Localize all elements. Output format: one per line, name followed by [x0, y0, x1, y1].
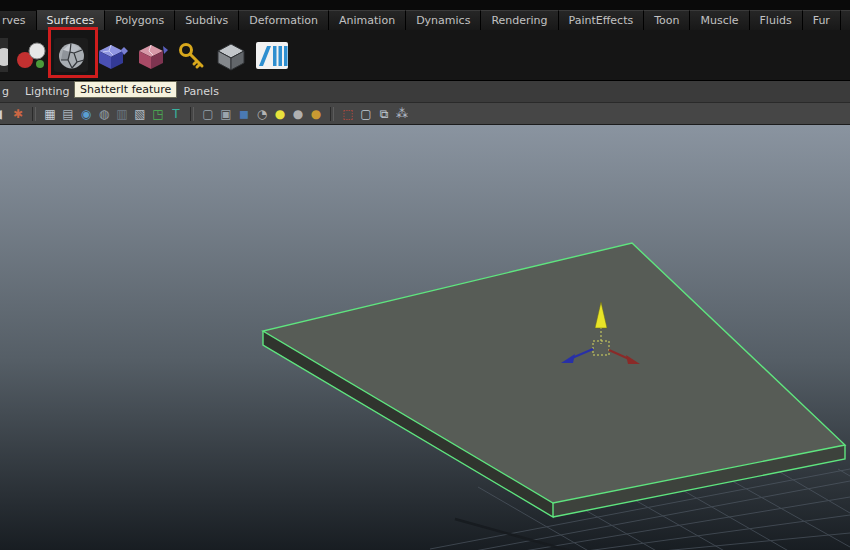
tab-painteffects[interactable]: PaintEffects	[559, 10, 645, 30]
menu-shading-partial[interactable]: g	[0, 85, 13, 98]
resolution-gate-icon[interactable]: ◉	[78, 106, 94, 122]
all-lights-icon[interactable]: ●	[272, 106, 288, 122]
solid-shatter-red-cube-icon-graphic	[134, 38, 168, 72]
shatterit-icon-graphic	[54, 38, 88, 72]
default-light-icon[interactable]: ●	[290, 106, 306, 122]
solid-shatter-blue-cube-icon[interactable]	[94, 38, 128, 72]
isolate-cube-icon[interactable]: ▢	[358, 106, 374, 122]
shelf-tab-bar: rves Surfaces Polygons Subdivs Deformati…	[0, 0, 850, 30]
maya-window: rves Surfaces Polygons Subdivs Deformati…	[0, 0, 850, 550]
tab-dynamics[interactable]: Dynamics	[406, 10, 481, 30]
toolbar-separator	[330, 107, 334, 121]
tab-deformation[interactable]: Deformation	[239, 10, 329, 30]
toolbar-separator	[190, 107, 194, 121]
shaded-cube-icon[interactable]: ▣	[218, 106, 234, 122]
soft-body-spheres-icon-graphic	[14, 38, 48, 72]
tab-curves-partial[interactable]: rves	[0, 11, 37, 30]
textured-cube-icon[interactable]: ◼	[236, 106, 252, 122]
shelf	[0, 30, 850, 81]
shelf-partial-icon-graphic	[0, 38, 8, 72]
field-chart-icon[interactable]: ▥	[114, 106, 130, 122]
text-hud-icon[interactable]: T	[168, 106, 184, 122]
tab-animation[interactable]: Animation	[329, 10, 406, 30]
tab-subdivs[interactable]: Subdivs	[175, 10, 239, 30]
shatterit-icon[interactable]	[54, 38, 88, 72]
tab-fur[interactable]: Fur	[803, 10, 841, 30]
solid-shatter-red-cube-icon[interactable]	[134, 38, 168, 72]
marking-menu-icon[interactable]: ✱	[10, 106, 26, 122]
poly-cube-icon-graphic	[214, 38, 248, 72]
solid-shatter-blue-cube-icon-graphic	[94, 38, 128, 72]
menu-panels[interactable]: Panels	[179, 85, 222, 98]
gate-mask-icon[interactable]: ◍	[96, 106, 112, 122]
tab-rendering[interactable]: Rendering	[481, 10, 558, 30]
scene-canvas[interactable]	[0, 125, 850, 550]
checker-material-icon[interactable]: ◔	[254, 106, 270, 122]
film-gate-icon[interactable]: ▤	[60, 106, 76, 122]
poly-cube-icon[interactable]	[214, 38, 248, 72]
tooltip: ShatterIt feature	[74, 81, 177, 98]
textured-lights-icon[interactable]: ●	[308, 106, 324, 122]
safe-title-icon[interactable]: ◳	[150, 106, 166, 122]
tab-surfaces[interactable]: Surfaces	[37, 10, 106, 30]
grid-toggle-icon[interactable]: ▦	[42, 106, 58, 122]
viewport[interactable]	[0, 125, 850, 550]
tab-fluids[interactable]: Fluids	[750, 10, 803, 30]
crack-key-icon[interactable]	[174, 38, 208, 72]
paint-values-partial-icon[interactable]: ◖	[0, 106, 8, 122]
share-nodes-icon[interactable]: ⁂	[394, 106, 410, 122]
shelf-partial-icon[interactable]	[0, 38, 8, 72]
safe-action-icon[interactable]: ▧	[132, 106, 148, 122]
tab-hair[interactable]: Hair	[841, 10, 850, 30]
xray-select-icon[interactable]: ⬚	[340, 106, 356, 122]
tab-toon[interactable]: Toon	[644, 10, 690, 30]
tab-muscle[interactable]: Muscle	[690, 10, 749, 30]
visor-stripes-icon[interactable]	[254, 38, 288, 72]
panel-toolbar: ◖ ✱ ▦ ▤ ◉ ◍ ▥ ▧ ◳ T ▢ ▣ ◼ ◔ ● ● ● ⬚ ▢ ⧉ …	[0, 103, 850, 125]
duplicate-cube-icon[interactable]: ⧉	[376, 106, 392, 122]
soft-body-spheres-icon[interactable]	[14, 38, 48, 72]
menu-lighting[interactable]: Lighting	[21, 85, 73, 98]
visor-stripes-icon-graphic	[254, 38, 288, 72]
toolbar-separator	[32, 107, 36, 121]
crack-key-icon-graphic	[174, 38, 208, 72]
tab-polygons[interactable]: Polygons	[105, 10, 175, 30]
wireframe-cube-icon[interactable]: ▢	[200, 106, 216, 122]
